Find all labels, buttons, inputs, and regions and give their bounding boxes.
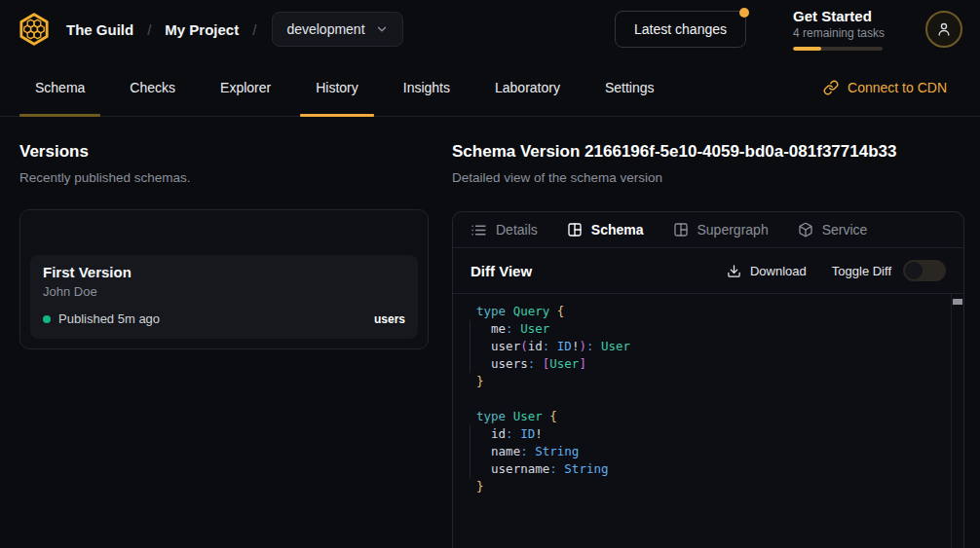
tab-service-label: Service (822, 222, 868, 237)
panels-icon (673, 222, 689, 237)
breadcrumb: The Guild / My Project / (66, 21, 256, 38)
target-selector[interactable]: development (272, 12, 402, 47)
versions-list-card: First Version John Doe Published 5m ago … (19, 209, 429, 349)
switch-knob (905, 262, 923, 279)
nav-tab-explorer[interactable]: Explorer (205, 58, 286, 116)
diff-view-header: Diff View Download Toggle Diff (453, 248, 963, 294)
breadcrumb-org[interactable]: The Guild (66, 21, 133, 38)
get-started-widget[interactable]: Get Started 4 remaining tasks (793, 8, 883, 51)
tab-supergraph-label: Supergraph (697, 222, 769, 237)
toggle-diff-control: Toggle Diff (832, 260, 946, 281)
connect-to-cdn-button[interactable]: Connect to CDN (823, 58, 962, 116)
nav-tab-schema[interactable]: Schema (19, 58, 100, 116)
tab-details-label: Details (496, 222, 538, 237)
version-status: Published 5m ago (58, 311, 160, 326)
breadcrumb-separator: / (252, 21, 256, 38)
download-icon (727, 264, 741, 278)
nav-tab-history[interactable]: History (300, 58, 374, 116)
latest-changes-label: Latest changes (634, 21, 727, 37)
breadcrumb-project[interactable]: My Project (165, 21, 239, 38)
published-status-dot (43, 315, 51, 323)
nav-tab-insights[interactable]: Insights (388, 58, 466, 116)
user-avatar-button[interactable] (925, 11, 962, 48)
versions-subtitle: Recently published schemas. (19, 170, 429, 185)
indent-guide (470, 320, 471, 373)
scrollbar-thumb[interactable] (953, 299, 962, 305)
get-started-progressbar (793, 47, 883, 51)
tab-schema-label: Schema (591, 222, 644, 237)
version-author: John Doe (43, 284, 405, 299)
versions-title: Versions (19, 142, 429, 162)
tab-schema[interactable]: Schema (567, 222, 644, 237)
tab-supergraph[interactable]: Supergraph (673, 222, 769, 237)
nav-tab-laboratory[interactable]: Laboratory (479, 58, 576, 116)
progress-fill (793, 47, 821, 51)
detail-subtitle: Detailed view of the schema version (452, 170, 964, 185)
list-icon (471, 222, 487, 238)
nav-tab-checks[interactable]: Checks (114, 58, 191, 116)
get-started-title: Get Started (793, 8, 883, 24)
main-content: Versions Recently published schemas. Fir… (0, 117, 980, 548)
guild-logo-icon[interactable] (16, 11, 53, 48)
target-selector-value: development (286, 21, 364, 37)
detail-title: Schema Version 2166196f-5e10-4059-bd0a-0… (452, 142, 964, 162)
service-badge: users (374, 312, 405, 326)
breadcrumb-separator: / (147, 21, 151, 38)
nav-tab-settings[interactable]: Settings (589, 58, 670, 116)
tab-details[interactable]: Details (471, 222, 538, 238)
person-icon (935, 20, 953, 38)
sdl-code-viewer[interactable]: type Query { me: User user(id: ID!): Use… (453, 294, 963, 548)
connect-to-cdn-label: Connect to CDN (848, 80, 947, 95)
code-block: type Query { me: User user(id: ID!): Use… (476, 303, 944, 495)
indent-guide (470, 425, 471, 478)
notification-dot (739, 8, 749, 18)
detail-panel: Details Schema Supergraph (452, 211, 964, 548)
diff-actions: Download Toggle Diff (727, 260, 946, 281)
nav-tabs: Schema Checks Explorer History Insights … (19, 58, 670, 116)
main-navbar: Schema Checks Explorer History Insights … (0, 58, 980, 117)
latest-changes-button[interactable]: Latest changes (615, 11, 746, 48)
download-label: Download (750, 264, 807, 278)
get-started-subtitle: 4 remaining tasks (793, 26, 883, 40)
diff-view-title: Diff View (471, 263, 532, 279)
chevron-down-icon (375, 22, 389, 36)
version-name: First Version (43, 264, 405, 280)
toggle-diff-label: Toggle Diff (832, 264, 891, 278)
version-meta-row: Published 5m ago users (43, 311, 405, 326)
vertical-scrollbar[interactable] (951, 294, 963, 548)
topbar: The Guild / My Project / development Lat… (0, 0, 980, 58)
version-list-item[interactable]: First Version John Doe Published 5m ago … (30, 255, 418, 339)
detail-tabbar: Details Schema Supergraph (453, 212, 963, 248)
toggle-diff-switch[interactable] (903, 260, 946, 281)
cube-icon (798, 222, 813, 237)
schema-version-detail: Schema Version 2166196f-5e10-4059-bd0a-0… (452, 142, 980, 548)
link-icon (823, 80, 839, 95)
tab-service[interactable]: Service (798, 222, 868, 237)
panels-icon (567, 222, 583, 237)
download-button[interactable]: Download (727, 264, 807, 278)
versions-panel: Versions Recently published schemas. Fir… (0, 142, 452, 548)
